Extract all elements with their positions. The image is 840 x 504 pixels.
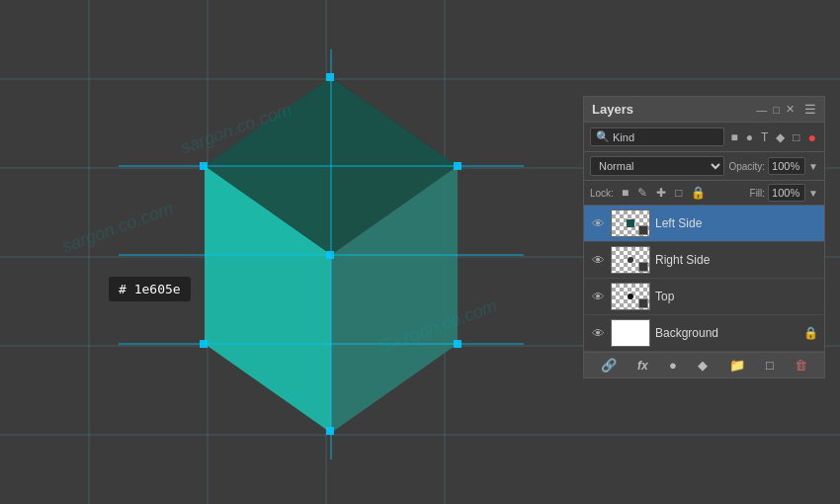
layer-fx-icon[interactable]: fx	[637, 359, 648, 373]
filter-type-icon[interactable]: T	[759, 129, 770, 145]
layer-name-left-side: Left Side	[655, 216, 818, 230]
adjustment-layer-icon[interactable]: ◆	[698, 358, 708, 373]
layer-visibility-right-side[interactable]: 👁	[590, 253, 606, 268]
opacity-chevron[interactable]: ▼	[808, 161, 818, 172]
svg-marker-14	[331, 166, 458, 433]
svg-rect-25	[454, 340, 462, 348]
svg-rect-21	[326, 251, 334, 259]
svg-marker-13	[205, 166, 331, 433]
lock-paint-icon[interactable]: ✎	[635, 185, 649, 201]
lock-label: Lock:	[590, 188, 614, 199]
color-tooltip: # 1e605e	[109, 277, 191, 301]
svg-marker-11	[205, 166, 331, 255]
filter-smart-icon[interactable]: □	[791, 129, 801, 145]
fill-group: Fill: ▼	[750, 184, 818, 202]
minimize-icon[interactable]: —	[756, 104, 767, 116]
layer-row-background[interactable]: 👁 Background 🔒	[584, 315, 824, 352]
delete-layer-icon[interactable]: 🗑	[795, 358, 807, 373]
svg-marker-10	[331, 77, 458, 166]
close-icon[interactable]: ✕	[786, 103, 795, 116]
layer-name-top: Top	[655, 290, 818, 303]
expand-icon[interactable]: □	[773, 104, 780, 116]
link-layers-icon[interactable]: 🔗	[601, 358, 617, 373]
layer-lock-background: 🔒	[803, 326, 818, 340]
svg-rect-20	[200, 162, 208, 170]
search-icon: 🔍	[596, 130, 610, 143]
layer-name-right-side: Right Side	[655, 253, 818, 267]
watermark-3: Sa rgon.co.com	[376, 295, 500, 358]
lock-position-icon[interactable]: ✚	[654, 185, 668, 201]
fill-label: Fill:	[750, 188, 766, 199]
layer-row-top[interactable]: 👁 Top	[584, 279, 824, 315]
layer-name-background: Background	[655, 326, 798, 340]
filter-shape-icon[interactable]: ◆	[774, 129, 787, 145]
lock-all-icon[interactable]: 🔒	[689, 185, 708, 201]
fill-chevron[interactable]: ▼	[808, 188, 818, 199]
layers-header-icons: — □ ✕ ☰	[756, 102, 816, 117]
layer-row-right-side[interactable]: 👁 Right Side	[584, 242, 824, 279]
svg-marker-9	[205, 77, 331, 166]
filter-toggle[interactable]: ●	[806, 128, 818, 146]
layer-thumb-top	[611, 283, 650, 310]
filter-adjust-icon[interactable]: ●	[744, 129, 755, 145]
layer-thumb-left-side	[611, 210, 650, 237]
menu-icon[interactable]: ☰	[804, 102, 816, 117]
layers-panel-title: Layers	[592, 102, 633, 117]
fill-input[interactable]	[768, 184, 805, 202]
blend-mode-select[interactable]: Normal Dissolve Multiply Screen Overlay	[590, 156, 724, 176]
svg-rect-19	[326, 73, 334, 81]
svg-rect-22	[454, 162, 462, 170]
svg-marker-12	[205, 77, 458, 255]
svg-rect-23	[200, 340, 208, 348]
opacity-group: Opacity: ▼	[728, 157, 818, 175]
svg-rect-24	[326, 427, 334, 435]
layer-visibility-background[interactable]: 👁	[590, 326, 606, 341]
lock-fill-row: Lock: ■ ✎ ✚ □ 🔒 Fill: ▼	[584, 181, 824, 206]
layers-search-row: 🔍 ■ ● T ◆ □ ●	[584, 123, 824, 152]
group-layers-icon[interactable]: 📁	[729, 358, 745, 373]
search-input[interactable]	[613, 131, 718, 143]
layer-visibility-left-side[interactable]: 👁	[590, 216, 606, 231]
search-box[interactable]: 🔍	[590, 127, 724, 146]
layer-row-left-side[interactable]: 👁 Left Side	[584, 206, 824, 242]
layer-thumb-right-side	[611, 246, 650, 274]
opacity-input[interactable]	[768, 157, 805, 175]
lock-pixels-icon[interactable]: ■	[620, 185, 630, 201]
layer-mask-icon[interactable]: ●	[669, 358, 677, 373]
new-layer-icon[interactable]: □	[766, 358, 774, 373]
layers-bottom-toolbar: 🔗 fx ● ◆ 📁 □ 🗑	[584, 352, 824, 378]
lock-artboard-icon[interactable]: □	[673, 185, 684, 201]
opacity-label: Opacity:	[728, 161, 765, 172]
layer-thumb-background	[611, 319, 650, 347]
filter-icons: ■ ● T ◆ □ ●	[728, 128, 818, 146]
layers-header: Layers — □ ✕ ☰	[584, 97, 824, 123]
watermark-2: sargon.co.com	[59, 198, 176, 257]
lock-icons: ■ ✎ ✚ □ 🔒	[620, 185, 744, 201]
filter-pixel-icon[interactable]: ■	[728, 129, 739, 145]
blend-row: Normal Dissolve Multiply Screen Overlay …	[584, 152, 824, 181]
layers-panel: Layers — □ ✕ ☰ 🔍 ■ ● T ◆ □ ●	[583, 96, 825, 378]
watermark-1: sargon.co.com	[178, 99, 294, 158]
canvas-area: sargon.co.com sargon.co.com Sa rgon.co.c…	[0, 0, 840, 504]
layer-visibility-top[interactable]: 👁	[590, 290, 606, 304]
